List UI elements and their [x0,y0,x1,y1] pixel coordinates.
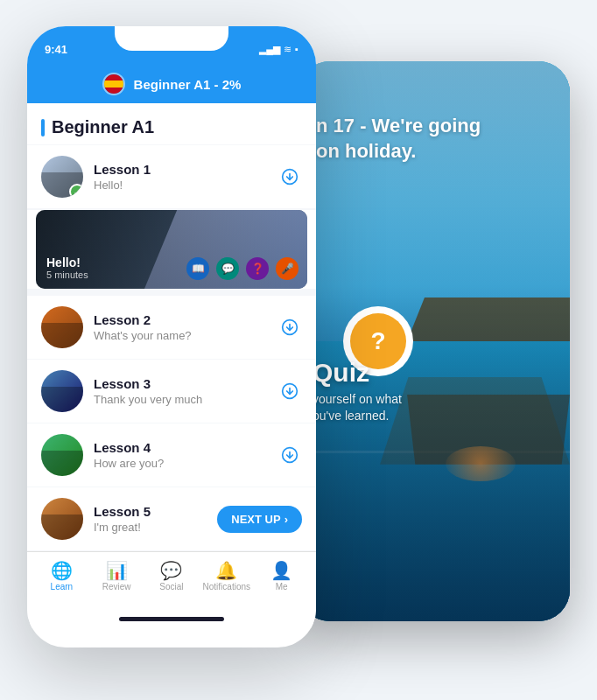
content-area: Beginner A1 ✓ Lesson 1 Hello! [27,103,316,551]
next-up-label: NEXT UP [231,513,280,526]
lesson-2-subtitle: What's your name? [94,329,267,342]
social-label: Social [159,582,183,592]
battery-icon: ▪ [295,44,298,54]
lesson-4-title: Lesson 4 [94,440,267,455]
lesson-17-text: n 17 - We're going on holiday. [316,115,481,162]
lesson-1-subtitle: Hello! [94,178,267,192]
lesson-3-download-icon[interactable] [277,379,302,403]
notifications-icon: 🔔 [215,562,237,579]
activity-quiz-icon[interactable]: ❓ [246,257,269,280]
lesson-5-subtitle: I'm great! [94,521,207,534]
phone-device: 9:41 ▂▄▆ ≋ ▪ Beginner A1 - 2% Beginner A… [27,26,316,648]
lesson-3-thumbnail [41,370,83,412]
lesson-2-download-icon[interactable] [277,315,302,340]
status-icons: ▂▄▆ ≋ ▪ [259,44,298,55]
activity-chat-icon[interactable]: 💬 [216,257,239,280]
signal-icon: ▂▄▆ [259,44,280,55]
app-header: Beginner A1 - 2% [27,65,316,103]
activity-vocab-icon[interactable]: 📖 [186,257,209,280]
tab-notifications[interactable]: 🔔 Notifications [199,558,254,595]
language-flag [102,73,125,95]
quiz-title: Quiz [313,358,402,388]
lesson-4-item[interactable]: Lesson 4 How are you? [27,424,316,486]
lesson-5-title: Lesson 5 [94,504,207,519]
lesson-2-thumbnail [41,306,83,348]
lesson-3-title: Lesson 3 [94,376,267,391]
section-bar [41,119,45,136]
next-up-chevron: › [284,513,288,526]
notifications-label: Notifications [203,582,250,592]
lesson-4-info: Lesson 4 How are you? [94,440,267,470]
lesson-1-info: Lesson 1 Hello! [94,162,267,192]
learn-icon: 🌐 [51,562,73,579]
lesson-1-card-text: Hello! 5 minutes [46,256,88,280]
quiz-label-area: Quiz yourself on what ou've learned. [313,358,402,425]
lesson-1-card-inner[interactable]: Hello! 5 minutes 📖 💬 ❓ 🎤 [36,210,307,289]
lesson-1-title: Lesson 1 [94,162,267,177]
activity-speak-icon[interactable]: 🎤 [276,257,298,280]
lesson-5-thumbnail [41,498,83,540]
social-icon: 💬 [160,562,182,579]
status-time: 9:41 [45,43,67,56]
lesson-3-subtitle: Thank you very much [94,393,267,406]
home-indicator [119,617,224,621]
section-header: Beginner A1 [27,103,316,144]
tab-bar: 🌐 Learn 📊 Review 💬 Social 🔔 Notification… [27,551,316,608]
lesson-1-expanded: Hello! 5 minutes 📖 💬 ❓ 🎤 [27,210,316,289]
lesson-1-card-duration: 5 minutes [46,270,88,280]
lesson-1-check: ✓ [69,184,83,198]
lesson-4-subtitle: How are you? [94,457,267,470]
lesson-4-thumbnail [41,434,83,476]
lesson-5-item[interactable]: Lesson 5 I'm great! NEXT UP › [27,487,316,550]
lesson-2-info: Lesson 2 What's your name? [94,312,267,342]
lesson-1-activity-icons: 📖 💬 ❓ 🎤 [186,257,298,280]
phone-notch [115,26,228,51]
me-icon: 👤 [270,562,292,579]
wifi-icon: ≋ [284,44,291,55]
review-icon: 📊 [106,562,128,579]
tab-learn[interactable]: 🌐 Learn [34,558,89,595]
tab-me[interactable]: 👤 Me [254,558,309,595]
tab-social[interactable]: 💬 Social [144,558,200,595]
lesson-1-thumbnail: ✓ [41,156,83,198]
tab-review[interactable]: 📊 Review [89,558,144,595]
lesson-1-item[interactable]: ✓ Lesson 1 Hello! [27,145,316,208]
back-card-top-text: n 17 - We're going on holiday. [316,114,481,164]
lesson-2-item[interactable]: Lesson 2 What's your name? [27,296,316,359]
me-label: Me [276,582,288,592]
app-scene: n 17 - We're going on holiday. ? Quiz yo… [27,26,570,674]
header-title: Beginner A1 - 2% [134,77,242,92]
next-up-button[interactable]: NEXT UP › [217,506,302,533]
section-title-text: Beginner A1 [52,117,154,137]
quiz-screen-card: n 17 - We're going on holiday. ? Quiz yo… [298,61,570,621]
quiz-description: yourself on what ou've learned. [313,391,402,425]
lesson-1-card-name: Hello! [46,256,88,270]
lesson-3-item[interactable]: Lesson 3 Thank you very much [27,360,316,423]
lesson-3-info: Lesson 3 Thank you very much [94,376,267,406]
learn-label: Learn [51,582,74,592]
phone-bottom [27,608,316,628]
lesson-4-download-icon[interactable] [277,443,302,467]
review-label: Review [102,582,131,592]
lesson-2-title: Lesson 2 [94,312,267,327]
lesson-1-download-icon[interactable] [277,164,302,189]
lesson-5-info: Lesson 5 I'm great! [94,504,207,534]
